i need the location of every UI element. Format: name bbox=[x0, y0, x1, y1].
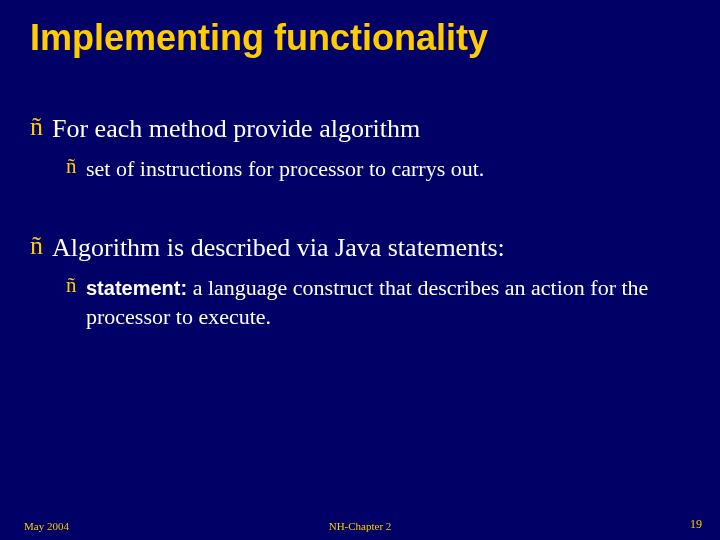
slide-title: Implementing functionality bbox=[0, 18, 720, 58]
bullet-marker-icon: ñ bbox=[30, 232, 52, 261]
bullet-text: For each method provide algorithm bbox=[52, 113, 720, 146]
bullet-text: Algorithm is described via Java statemen… bbox=[52, 232, 720, 265]
bullet-level1: ñ For each method provide algorithm bbox=[0, 113, 720, 146]
bullet-text: set of instructions for processor to car… bbox=[86, 155, 670, 184]
bullet-marker-icon: ñ bbox=[30, 113, 52, 142]
spacer bbox=[0, 194, 720, 232]
bullet-marker-icon: ñ bbox=[66, 274, 86, 297]
bullet-level1: ñ Algorithm is described via Java statem… bbox=[0, 232, 720, 265]
slide: Implementing functionality ñ For each me… bbox=[0, 0, 720, 540]
footer-chapter: NH-Chapter 2 bbox=[0, 520, 720, 532]
bold-term: statement: bbox=[86, 277, 187, 299]
bullet-level2: ñ set of instructions for processor to c… bbox=[0, 155, 720, 184]
footer-page-number: 19 bbox=[690, 517, 702, 532]
bullet-level2: ñ statement: a language construct that d… bbox=[0, 274, 720, 331]
slide-footer: May 2004 NH-Chapter 2 19 bbox=[0, 516, 720, 532]
bullet-marker-icon: ñ bbox=[66, 155, 86, 178]
bullet-text: statement: a language construct that des… bbox=[86, 274, 670, 331]
